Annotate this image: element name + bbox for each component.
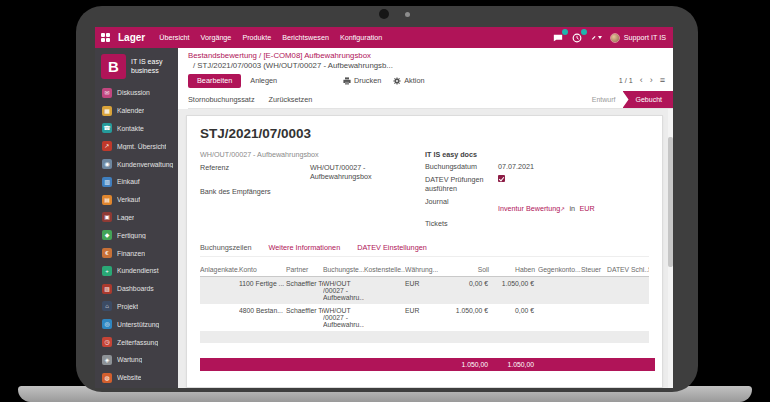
reset-button[interactable]: Zurücksetzen <box>269 95 313 104</box>
table-row[interactable]: 4800 Bestan... Schaeffler Te... WH/OUT /… <box>200 304 649 331</box>
sidebar-item-wartung[interactable]: ◈Wartung <box>95 351 178 369</box>
vertical-scrollbar[interactable] <box>668 109 673 388</box>
sidebar-item-label: Wartung <box>117 356 142 363</box>
print-button[interactable]: Drucken <box>343 76 381 85</box>
sidebar-item-dashboards[interactable]: ▨Dashboards <box>95 280 178 298</box>
breadcrumb-current: / STJ/2021/07/0003 (WH/OUT/00027 - Aufbe… <box>193 61 673 70</box>
sidebar-brand[interactable]: B IT IS easy business <box>95 48 178 84</box>
helpdesk-icon: + <box>102 266 112 276</box>
pager-next-icon[interactable]: › <box>650 76 653 85</box>
project-icon: ⌂ <box>102 301 112 311</box>
scrollbar-thumb[interactable] <box>668 137 673 267</box>
create-button[interactable]: Anlegen <box>250 76 277 85</box>
sidebar-item-kundenverwaltung[interactable]: ◉Kundenverwaltung <box>95 155 178 173</box>
cell-st <box>648 277 649 304</box>
breadcrumb[interactable]: Bestandsbewertung / [E-COM08] Aufbewahru… <box>188 51 673 60</box>
label-referenz: Referenz <box>200 163 310 181</box>
value-bank-des-empfaengers[interactable] <box>310 187 405 196</box>
cell-steuer <box>581 304 607 331</box>
tab-datev-einstellungen[interactable]: DATEV Einstellungen <box>357 243 427 252</box>
cell-soll: 0,00 € <box>446 277 492 304</box>
value-buchungsdatum[interactable]: 07.07.2021 <box>498 162 593 171</box>
menu-konfiguration[interactable]: Konfiguration <box>340 33 382 42</box>
secondary-button-row: Stornobuchungssatz Zurücksetzen Entwurf … <box>188 91 673 109</box>
sidebar-item-diskussion[interactable]: ✉Diskussion <box>95 84 178 102</box>
sidebar-item-zeiterfassung[interactable]: ◷Zeiterfassung <box>95 333 178 351</box>
sidebar-item-finanzen[interactable]: €Finanzen <box>95 244 178 262</box>
cell-waehrung: EUR <box>405 277 446 304</box>
journal-link[interactable]: Inventur Bewertung <box>498 204 560 213</box>
datev-checkbox[interactable] <box>498 175 505 182</box>
statusbar: Entwurf Gebucht <box>592 91 673 108</box>
app-name[interactable]: Lager <box>118 32 145 43</box>
menu-produkte[interactable]: Produkte <box>242 33 271 42</box>
messages-icon[interactable] <box>553 32 564 43</box>
sidebar-item-lager[interactable]: ▣Lager <box>95 209 178 227</box>
cell-steuer <box>581 277 607 304</box>
user-menu[interactable]: Support IT IS <box>610 33 666 43</box>
button-row: Bearbeiten Anlegen Drucken Aktion <box>188 72 673 89</box>
action-button[interactable]: Aktion <box>393 76 424 85</box>
sidebar-item-kontakte[interactable]: ☎Kontakte <box>95 120 178 138</box>
cell-gegenkonto <box>538 304 581 331</box>
sidebar-item-fertigung[interactable]: ◆Fertigung <box>95 226 178 244</box>
sidebar-item-label: Kundendienst <box>117 267 159 274</box>
sidebar-item-unterstuetzung[interactable]: ◎Unterstützung <box>95 315 178 333</box>
col-st[interactable]: St <box>648 263 649 277</box>
cell-anlagenkategorie <box>200 277 239 304</box>
col-datev-schluessel[interactable]: DATEV Schl... <box>607 263 648 277</box>
col-waehrung[interactable]: Währung... <box>405 263 446 277</box>
pager-prev-icon[interactable]: ‹ <box>640 76 643 85</box>
activities-icon[interactable] <box>572 32 583 43</box>
value-tickets[interactable] <box>498 219 593 228</box>
printer-icon <box>343 77 351 85</box>
col-soll[interactable]: Soll <box>446 263 492 277</box>
activities-badge <box>581 29 587 35</box>
status-posted-badge[interactable]: Gebucht <box>623 91 673 108</box>
col-haben[interactable]: Haben <box>492 263 538 277</box>
purchase-icon: ▥ <box>102 177 112 187</box>
col-partner[interactable]: Partner <box>286 263 323 277</box>
sidebar-item-verkauf[interactable]: ▤Verkauf <box>95 191 178 209</box>
sidebar-item-label: Fertigung <box>117 232 146 239</box>
table-empty-row[interactable] <box>200 331 649 343</box>
sidebar-item-label: Kalender <box>117 107 144 114</box>
menu-berichtswesen[interactable]: Berichtswesen <box>282 33 329 42</box>
chevron-down-icon <box>598 36 602 39</box>
col-steuer[interactable]: Steuer <box>581 263 607 277</box>
journal-items-table: Anlagenkate... Konto Partner Buchungste.… <box>200 263 649 343</box>
cell-haben: 1.050,00 € <box>492 277 538 304</box>
col-buchungstext[interactable]: Buchungste... <box>323 263 364 277</box>
pager-count: 1 / 1 <box>619 76 633 85</box>
sidebar-item-website[interactable]: ◍Website <box>95 369 178 387</box>
tab-weitere-informationen[interactable]: Weitere Informationen <box>269 243 341 252</box>
sidebar-item-kundendienst[interactable]: +Kundendienst <box>95 262 178 280</box>
table-row[interactable]: 1100 Fertige ... Schaeffler Te... WH/OUT… <box>200 277 649 304</box>
sidebar-item-projekt[interactable]: ⌂Projekt <box>95 298 178 316</box>
col-kostenstelle[interactable]: Kostenstelle... <box>364 263 405 277</box>
col-anlagenkategorie[interactable]: Anlagenkate... <box>200 263 239 277</box>
cell-kostenstelle <box>364 277 405 304</box>
edit-tools-icon[interactable] <box>591 32 602 43</box>
list-view-icon[interactable]: ≡ <box>660 76 665 85</box>
cell-st <box>648 304 649 331</box>
reverse-entry-button[interactable]: Stornobuchungssatz <box>188 95 255 104</box>
sales-icon: ▤ <box>102 195 112 205</box>
sidebar-item-kalender[interactable]: ▦Kalender <box>95 102 178 120</box>
support-icon: ◎ <box>102 319 112 329</box>
edit-button[interactable]: Bearbeiten <box>188 74 241 88</box>
sidebar-item-label: Lager <box>117 214 134 221</box>
screenshot-stage: Lager Übersicht Vorgänge Produkte Berich… <box>0 0 770 402</box>
status-draft[interactable]: Entwurf <box>592 96 616 103</box>
tab-buchungszeilen[interactable]: Buchungszeilen <box>200 243 252 252</box>
value-referenz[interactable]: WH/OUT/00027 - Aufbewahrungsbox <box>310 163 405 181</box>
journal-currency[interactable]: EUR <box>579 204 594 213</box>
sidebar-item-mgmt-uebersicht[interactable]: ↗Mgmt. Übersicht <box>95 137 178 155</box>
col-gegenkonto[interactable]: Gegenkonto... <box>538 263 581 277</box>
apps-menu-icon[interactable] <box>101 33 110 42</box>
col-konto[interactable]: Konto <box>239 263 286 277</box>
sidebar-item-einkauf[interactable]: ▥Einkauf <box>95 173 178 191</box>
external-link-icon[interactable]: ↗ <box>560 206 565 212</box>
menu-vorgaenge[interactable]: Vorgänge <box>201 33 232 42</box>
menu-uebersicht[interactable]: Übersicht <box>159 33 189 42</box>
